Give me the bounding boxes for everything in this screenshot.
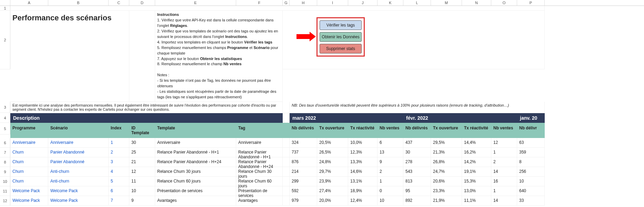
cell-nb-ventes[interactable]: 2 xyxy=(378,167,403,177)
cell-nb-ventes[interactable]: 10 xyxy=(378,196,403,206)
cell-tx-ouverture[interactable]: 23,9% xyxy=(317,177,348,186)
cell-scenario[interactable]: Panier Abandonné xyxy=(48,148,109,157)
cell-tag[interactable]: Avantages xyxy=(236,196,283,206)
cell-id-template[interactable]: 21 xyxy=(129,157,155,167)
column-header[interactable]: D xyxy=(129,0,155,6)
cell-tx-reactivite[interactable]: 18,9% xyxy=(348,186,378,196)
column-header[interactable]: P xyxy=(517,0,545,6)
cell-tx-ouverture[interactable]: 20,6% xyxy=(431,177,462,186)
cell-tx-reactivite[interactable]: 11,1% xyxy=(462,196,491,206)
cell-nb-ventes[interactable]: 1 xyxy=(491,186,517,196)
column-header[interactable]: B xyxy=(48,0,109,6)
cell-nb-ventes[interactable]: 6 xyxy=(378,138,403,148)
cell-programme[interactable]: Churn xyxy=(10,157,48,167)
cell-nb-delivres[interactable]: 299 xyxy=(290,177,317,186)
cell-tx-ouverture[interactable]: 29,7% xyxy=(317,167,348,177)
cell-tx-ouverture[interactable]: 20,0% xyxy=(317,196,348,206)
verify-tags-button[interactable]: Vérifier les tags xyxy=(320,20,362,30)
cell-programme[interactable]: Anniversaire xyxy=(10,138,48,148)
cell-nb-delivres[interactable]: 63 xyxy=(517,138,545,148)
cell-nb-ventes[interactable]: 14 xyxy=(491,167,517,177)
cell-id-template[interactable]: 25 xyxy=(129,148,155,157)
cell-programme[interactable]: Churn xyxy=(10,167,48,177)
cell-scenario[interactable]: Panier Abandonné xyxy=(48,157,109,167)
cell-nb-delivres[interactable]: 979 xyxy=(290,196,317,206)
cell-nb-ventes[interactable]: 0 xyxy=(378,186,403,196)
cell-programme[interactable]: Churn xyxy=(10,148,48,157)
column-header[interactable]: M xyxy=(431,0,462,6)
cell-tx-reactivite[interactable]: 12,3% xyxy=(348,148,378,157)
cell-tx-reactivite[interactable]: 19,1% xyxy=(462,167,491,177)
cell-tx-ouverture[interactable]: 26,8% xyxy=(431,157,462,167)
cell-tag[interactable]: Anniversaire xyxy=(236,138,283,148)
cell-template[interactable]: Relance Churn 60 jours xyxy=(155,177,236,186)
delete-stats-button[interactable]: Supprimer stats xyxy=(320,44,362,53)
cell-index[interactable]: 4 xyxy=(109,167,129,177)
cell-template[interactable]: Relance Panier Abandonné - H+24 xyxy=(155,157,236,167)
cell-tx-ouverture[interactable]: 21,3% xyxy=(431,148,462,157)
cell-id-template[interactable]: 12 xyxy=(129,167,155,177)
cell-nb-delivres[interactable]: 592 xyxy=(290,186,317,196)
cell-id-template[interactable]: 9 xyxy=(129,196,155,206)
column-header[interactable]: G xyxy=(283,0,290,6)
column-header[interactable]: H xyxy=(290,0,317,6)
cell-template[interactable]: Relance Panier Abandonné - H+1 xyxy=(155,148,236,157)
cell-tag[interactable]: Relance Churn 30 jours xyxy=(236,167,283,177)
cell-tx-ouverture[interactable]: 21,9% xyxy=(431,196,462,206)
cell-tx-reactivite[interactable]: 13,0% xyxy=(462,186,491,196)
cell-tag[interactable]: Relance Panier Abandonné - H+24 xyxy=(236,157,283,167)
cell-scenario[interactable]: Welcome Pack xyxy=(48,196,109,206)
cell-scenario[interactable]: Anti-churn xyxy=(48,177,109,186)
cell-nb-ventes[interactable]: 13 xyxy=(378,148,403,157)
cell-index[interactable]: 1 xyxy=(109,138,129,148)
column-header[interactable]: J xyxy=(348,0,378,6)
cell-tx-ouverture[interactable]: 26,5% xyxy=(317,148,348,157)
cell-template[interactable]: Présentation de services xyxy=(155,186,236,196)
cell-tag[interactable]: Présentation de services xyxy=(236,186,283,196)
cell-nb-delivres[interactable]: 876 xyxy=(290,157,317,167)
cell-nb-ventes[interactable]: 12 xyxy=(491,138,517,148)
cell-nb-delivres[interactable]: 813 xyxy=(403,177,431,186)
cell-nb-delivres[interactable]: 30 xyxy=(403,148,431,157)
cell-id-template[interactable]: 10 xyxy=(129,186,155,196)
cell-nb-delivres[interactable]: 892 xyxy=(403,196,431,206)
cell-nb-delivres[interactable]: 214 xyxy=(290,167,317,177)
cell-index[interactable]: 2 xyxy=(109,148,129,157)
column-header[interactable]: N xyxy=(462,0,491,6)
column-header[interactable]: C xyxy=(109,0,129,6)
cell-nb-delivres[interactable]: 359 xyxy=(517,148,545,157)
cell-nb-ventes[interactable]: 2 xyxy=(491,157,517,167)
cell-tx-reactivite[interactable]: 13,3% xyxy=(348,157,378,167)
column-header[interactable]: K xyxy=(378,0,403,6)
cell-nb-delivres[interactable]: 543 xyxy=(403,167,431,177)
cell-id-template[interactable]: 11 xyxy=(129,177,155,186)
cell-template[interactable]: Avantages xyxy=(155,196,236,206)
cell-tx-reactivite[interactable]: 12,4% xyxy=(348,196,378,206)
cell-nb-ventes[interactable]: 9 xyxy=(378,157,403,167)
cell-tx-ouverture[interactable]: 24,7% xyxy=(431,167,462,177)
cell-template[interactable]: Anniversaire xyxy=(155,138,236,148)
cell-nb-ventes[interactable]: 16 xyxy=(491,177,517,186)
cell-index[interactable]: 6 xyxy=(109,186,129,196)
cell-index[interactable]: 3 xyxy=(109,157,129,167)
cell-nb-delivres[interactable]: 640 xyxy=(517,186,545,196)
cell-nb-ventes[interactable]: 14 xyxy=(491,196,517,206)
cell-nb-delivres[interactable]: 8 xyxy=(517,157,545,167)
column-header[interactable]: A xyxy=(10,0,48,6)
cell-tx-ouverture[interactable]: 24,8% xyxy=(317,157,348,167)
cell-nb-delivres[interactable]: 95 xyxy=(403,186,431,196)
cell-tag[interactable]: Relance Panier Abandonné - H+1 xyxy=(236,148,283,157)
cell-tag[interactable]: Relance Churn 60 jours xyxy=(236,177,283,186)
cell-nb-delivres[interactable]: 324 xyxy=(290,138,317,148)
column-header[interactable]: O xyxy=(491,0,517,6)
column-header[interactable]: L xyxy=(403,0,431,6)
cell-scenario[interactable]: Anniversaire xyxy=(48,138,109,148)
cell-tx-ouverture[interactable]: 20,5% xyxy=(317,138,348,148)
cell-tx-reactivite[interactable]: 15,3% xyxy=(462,177,491,186)
cell-tx-reactivite[interactable]: 10,0% xyxy=(348,138,378,148)
column-header[interactable]: E xyxy=(155,0,236,6)
column-header[interactable]: F xyxy=(236,0,283,6)
cell-nb-delivres[interactable]: 256 xyxy=(517,167,545,177)
cell-tx-reactivite[interactable]: 14,6% xyxy=(348,167,378,177)
cell-nb-delivres[interactable]: 33 xyxy=(517,196,545,206)
